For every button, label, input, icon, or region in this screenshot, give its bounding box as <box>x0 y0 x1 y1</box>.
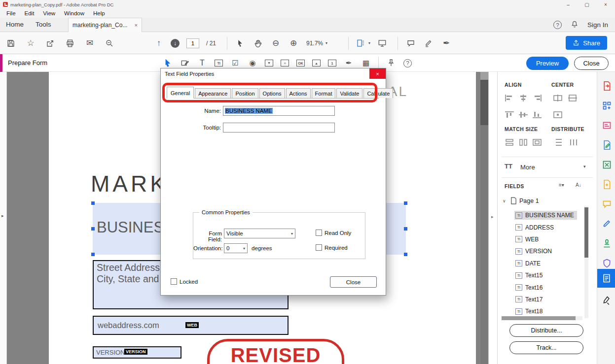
tab-validate[interactable]: Validate <box>336 88 362 98</box>
checkbox-box[interactable] <box>316 244 322 251</box>
protect-icon[interactable] <box>601 257 613 269</box>
save-icon[interactable] <box>6 38 16 48</box>
scrollbar-thumb[interactable] <box>502 316 576 320</box>
tooltip-input[interactable] <box>223 123 335 132</box>
more-dropdown[interactable]: More <box>520 164 535 171</box>
match-height-icon[interactable] <box>517 138 529 147</box>
name-input[interactable]: BUSINESS NAME <box>223 106 335 116</box>
field-list-item[interactable]: TIText16 <box>498 281 582 293</box>
tab-format[interactable]: Format <box>312 88 336 98</box>
select-tool-icon[interactable] <box>235 38 245 48</box>
highlighter-icon[interactable] <box>424 38 434 48</box>
edit-pdf-icon[interactable] <box>601 139 613 151</box>
close-icon[interactable]: × <box>596 0 615 9</box>
form-field-dropdown[interactable]: Visible ▾ <box>224 229 295 238</box>
scrollbar-thumb[interactable] <box>480 80 488 125</box>
locked-checkbox[interactable]: Locked <box>171 278 198 285</box>
sign-in-button[interactable]: Sign In <box>587 21 608 29</box>
dropdown-field-tool-icon[interactable]: ▾ <box>265 60 273 66</box>
arrow-up-right-icon[interactable] <box>45 38 55 48</box>
field-list-item[interactable]: TIText15 <box>498 269 582 281</box>
button-field-tool-icon[interactable]: OK <box>296 60 305 66</box>
maximize-icon[interactable]: ▢ <box>578 0 596 9</box>
comment-icon[interactable] <box>406 38 416 48</box>
match-width-icon[interactable] <box>504 138 515 147</box>
align-middle-icon[interactable] <box>517 110 529 119</box>
redact-icon[interactable] <box>601 119 613 131</box>
scrollbar-thumb[interactable] <box>584 207 588 258</box>
share-button[interactable]: Share <box>566 36 607 50</box>
field-list-horizontal-scrollbar[interactable] <box>502 316 582 320</box>
dialog-close-button[interactable]: Close <box>330 276 377 288</box>
tab-close-icon[interactable]: × <box>135 22 138 28</box>
center-vertically-icon[interactable] <box>567 94 579 102</box>
menu-file[interactable]: File <box>2 10 20 16</box>
tab-appearance[interactable]: Appearance <box>195 88 231 98</box>
align-right-icon[interactable] <box>531 94 543 102</box>
menu-edit[interactable]: Edit <box>20 10 39 16</box>
field-list-item[interactable]: TIText17 <box>498 294 582 305</box>
tab-actions[interactable]: Actions <box>286 88 311 98</box>
barcode-field-tool-icon[interactable]: ▦ <box>361 58 371 68</box>
checkbox-field-tool-icon[interactable]: ☑ <box>230 58 240 68</box>
zoom-level-dropdown[interactable]: 91.7%▾ <box>306 40 327 47</box>
presentation-mode-icon[interactable] <box>377 38 387 48</box>
selection-tool-icon[interactable] <box>163 58 173 68</box>
align-top-icon[interactable] <box>504 110 515 119</box>
page-down-icon[interactable]: ↓ <box>171 39 180 48</box>
required-checkbox[interactable]: Required <box>316 244 348 251</box>
selection-handle[interactable] <box>404 253 407 256</box>
stamp-tool-icon[interactable] <box>601 237 613 249</box>
center-horizontally-icon[interactable] <box>552 94 564 102</box>
date-field-tool-icon[interactable]: 1 <box>328 60 336 66</box>
selection-handle[interactable] <box>91 227 95 231</box>
field-list-item[interactable]: TIText18 <box>498 305 582 317</box>
hand-tool-icon[interactable] <box>253 38 263 48</box>
chevron-down-icon[interactable]: ▾ <box>583 164 586 169</box>
marquee-zoom-icon[interactable] <box>105 38 114 48</box>
checkbox-box[interactable] <box>316 230 322 236</box>
text-box-field-tool-icon[interactable]: TI <box>215 60 223 66</box>
read-only-checkbox[interactable]: Read Only <box>316 230 351 236</box>
fill-sign-pen-icon[interactable]: ✒ <box>441 38 451 48</box>
expand-right-pane-icon[interactable]: ▸ <box>491 214 494 219</box>
comment-tool-icon[interactable] <box>601 198 613 210</box>
fill-sign-tool-icon[interactable] <box>601 218 613 230</box>
page-display-icon[interactable] <box>356 38 365 48</box>
tab-position[interactable]: Position <box>232 88 258 98</box>
create-pdf-icon[interactable] <box>601 178 613 190</box>
print-icon[interactable] <box>65 38 75 48</box>
distribute-button[interactable]: Distribute... <box>509 324 583 337</box>
dialog-close-icon[interactable]: × <box>369 68 386 79</box>
version-form-field[interactable]: VERSION VERSION <box>93 346 181 359</box>
field-list-item[interactable]: TIWEB <box>498 233 582 245</box>
document-tab[interactable]: marketing-plan_Co... × <box>68 18 142 32</box>
menu-help[interactable]: Help <box>89 10 109 16</box>
align-bottom-icon[interactable] <box>531 110 543 119</box>
field-list-item[interactable]: TIADDRESS <box>498 221 582 233</box>
sort-order-icon[interactable]: ≡▾ <box>559 182 564 188</box>
prepare-form-tool-icon[interactable] <box>597 269 615 288</box>
tab-tools[interactable]: Tools <box>36 21 51 28</box>
field-list-item[interactable]: TIDATE <box>498 258 582 269</box>
tab-calculate[interactable]: Calculate <box>363 88 393 98</box>
page-number-input[interactable] <box>186 38 199 48</box>
email-icon[interactable]: ✉ <box>85 38 95 48</box>
selection-handle[interactable] <box>91 253 95 256</box>
close-prepare-form-button[interactable]: Close <box>574 57 609 70</box>
scroll-up-button[interactable] <box>480 72 488 80</box>
image-field-tool-icon[interactable]: ▲ <box>312 60 321 66</box>
list-box-field-tool-icon[interactable]: ≡ <box>281 60 289 66</box>
document-scrollbar[interactable] <box>480 72 488 364</box>
organize-pages-icon[interactable] <box>601 99 613 111</box>
menu-window[interactable]: Window <box>60 10 89 16</box>
selection-handle[interactable] <box>91 201 95 205</box>
help-icon[interactable]: ? <box>553 21 562 29</box>
track-button[interactable]: Track... <box>509 341 583 354</box>
minimize-icon[interactable]: – <box>559 0 578 9</box>
web-form-field[interactable]: webaddress.com WEB <box>93 316 289 335</box>
text-field-tool-icon[interactable]: T <box>197 58 207 68</box>
export-pdf-icon[interactable] <box>601 80 613 92</box>
alphabetical-sort-icon[interactable]: A↓ <box>576 182 581 188</box>
tree-collapse-icon[interactable]: ∨ <box>503 199 506 203</box>
